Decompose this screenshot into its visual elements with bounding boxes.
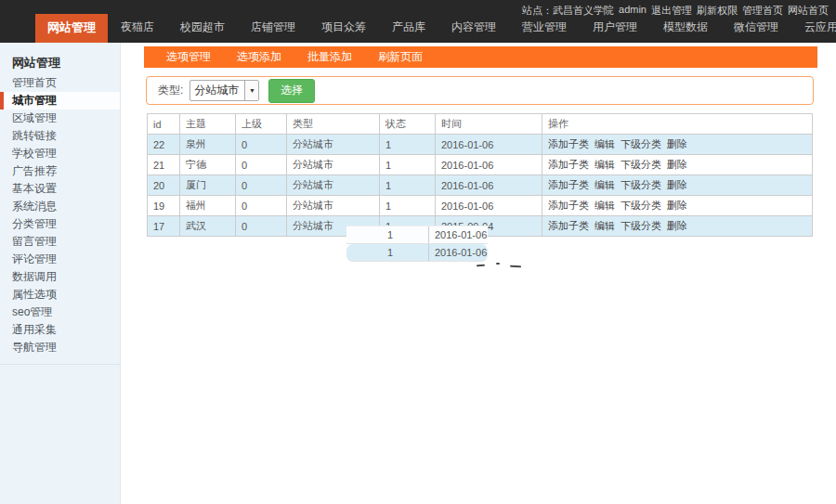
sidebar-item[interactable]: 广告推荐 (0, 162, 120, 180)
action-link[interactable]: 添加子类 (548, 220, 589, 231)
tab-item[interactable]: 批量添加 (294, 49, 365, 65)
sidebar-item[interactable]: 区域管理 (0, 110, 120, 127)
sidebar-item[interactable]: 分类管理 (0, 215, 120, 233)
table-cell-id: 19 (148, 196, 180, 216)
tab-item[interactable]: 选项管理 (153, 49, 224, 65)
nav-menu-item[interactable]: 店铺管理 (238, 13, 308, 43)
table-cell-title: 宁德 (180, 155, 236, 175)
table-header-cell: 状态 (380, 114, 436, 135)
table-cell-time: 2016-01-06 (436, 155, 542, 175)
table-cell-title: 武汉 (180, 216, 236, 237)
sidebar-item[interactable]: 城市管理 (0, 92, 120, 110)
table-cell-parent: 0 (236, 155, 287, 175)
action-link[interactable]: 编辑 (594, 220, 615, 231)
table-cell-actions: 添加子类编辑下级分类删除 (542, 216, 813, 237)
action-link[interactable]: 添加子类 (548, 200, 589, 211)
table-cell-status: 1 (380, 155, 436, 175)
table-cell-type: 分站城市 (287, 196, 380, 216)
nav-menu-item[interactable]: 项目众筹 (308, 13, 379, 43)
action-link[interactable]: 编辑 (594, 159, 615, 170)
action-link[interactable]: 删除 (667, 179, 687, 190)
table-cell-id: 21 (148, 155, 180, 175)
sidebar-item[interactable]: 跳转链接 (0, 127, 120, 145)
action-link[interactable]: 添加子类 (548, 138, 589, 149)
sidebar-item[interactable]: 属性选项 (0, 286, 120, 304)
chevron-down-icon: ▼ (244, 81, 258, 100)
sidebar-item[interactable]: seo管理 (0, 304, 120, 321)
table-header-cell: 时间 (436, 114, 542, 135)
table-cell-parent: 0 (236, 135, 287, 155)
nav-menu-item[interactable]: 云应用 (791, 13, 836, 43)
action-link[interactable]: 编辑 (594, 200, 615, 211)
action-link[interactable]: 删除 (667, 200, 687, 211)
sidebar-item[interactable]: 数据调用 (0, 268, 120, 286)
table-fragment-glitch: 12016-01-0612016-01-06 (346, 226, 488, 262)
action-link[interactable]: 下级分类 (620, 159, 661, 170)
action-link[interactable]: 编辑 (594, 179, 615, 190)
top-header: 站点：武昌首义学院 admin退出管理刷新权限管理首页网站首页 网站管理 夜猫店… (0, 0, 836, 43)
table-cell-actions: 添加子类编辑下级分类删除 (542, 196, 813, 216)
fragment-status-cell: 1 (346, 244, 429, 261)
sidebar-item[interactable]: 管理首页 (0, 74, 120, 92)
sidebar-item[interactable]: 评论管理 (0, 251, 120, 268)
tab-item[interactable]: 刷新页面 (365, 49, 436, 65)
nav-menu-item[interactable]: 内容管理 (438, 13, 509, 43)
type-select[interactable]: 分站城市 ▼ (189, 80, 259, 101)
table-cell-parent: 0 (236, 175, 287, 196)
sidebar-item[interactable]: 学校管理 (0, 145, 120, 162)
nav-menu-item[interactable]: 产品库 (379, 13, 438, 43)
nav-item-active[interactable]: 网站管理 (35, 14, 108, 43)
sidebar-item[interactable]: 留言管理 (0, 233, 120, 251)
table-cell-id: 22 (148, 135, 180, 155)
table-header-cell: id (148, 114, 180, 135)
action-link[interactable]: 删除 (667, 220, 687, 231)
action-link[interactable]: 删除 (667, 138, 687, 149)
action-link[interactable]: 下级分类 (620, 179, 661, 190)
action-link[interactable]: 下级分类 (620, 138, 661, 149)
table-cell-time: 2016-01-06 (436, 175, 542, 196)
main-nav: 网站管理 夜猫店校园超市店铺管理项目众筹产品库内容管理营业管理用户管理模型数据微… (35, 13, 836, 43)
nav-menu-item[interactable]: 夜猫店 (108, 13, 167, 43)
tab-bar: 选项管理选项添加批量添加刷新页面 (144, 46, 817, 68)
table-cell-type: 分站城市 (287, 155, 380, 175)
table-cell-title: 福州 (180, 196, 236, 216)
glitch-artifact (496, 263, 500, 265)
action-link[interactable]: 添加子类 (548, 179, 589, 190)
table-row: 20厦门0分站城市12016-01-06添加子类编辑下级分类删除 (148, 175, 813, 196)
action-link[interactable]: 下级分类 (620, 220, 661, 231)
table-cell-parent: 0 (236, 196, 287, 216)
sidebar-item[interactable]: 基本设置 (0, 180, 120, 198)
action-link[interactable]: 添加子类 (548, 159, 589, 170)
table-cell-title: 厦门 (180, 175, 236, 196)
table-row: 21宁德0分站城市12016-01-06添加子类编辑下级分类删除 (148, 155, 813, 175)
action-link[interactable]: 下级分类 (620, 200, 661, 211)
sidebar-item[interactable]: 导航管理 (0, 339, 120, 356)
table-cell-actions: 添加子类编辑下级分类删除 (542, 175, 813, 196)
sidebar-item[interactable]: 通用采集 (0, 321, 120, 339)
fragment-status-cell: 1 (346, 226, 429, 243)
nav-menu-item[interactable]: 校园超市 (167, 13, 238, 43)
select-button[interactable]: 选择 (268, 79, 315, 103)
nav-menu-item[interactable]: 微信管理 (721, 13, 791, 43)
table-header-cell: 操作 (542, 114, 813, 135)
city-table: id主题上级类型状态时间操作 22泉州0分站城市12016-01-06添加子类编… (147, 113, 813, 237)
nav-menu-item[interactable]: 模型数据 (650, 13, 721, 43)
tab-item[interactable]: 选项添加 (224, 49, 294, 65)
sidebar-items: 管理首页城市管理区域管理跳转链接学校管理广告推荐基本设置系统消息分类管理留言管理… (0, 74, 120, 356)
nav-menu-item[interactable]: 营业管理 (509, 13, 580, 43)
table-cell-status: 1 (380, 196, 436, 216)
table-cell-time: 2016-01-06 (436, 135, 542, 155)
sidebar-title: 网站管理 (0, 43, 120, 74)
table-cell-status: 1 (380, 175, 436, 196)
main-content: 选项管理选项添加批量添加刷新页面 类型: 分站城市 ▼ 选择 id主题上级类型状… (121, 43, 836, 504)
nav-items: 夜猫店校园超市店铺管理项目众筹产品库内容管理营业管理用户管理模型数据微信管理云应… (108, 13, 836, 43)
table-cell-time: 2016-01-06 (436, 196, 542, 216)
table-cell-title: 泉州 (180, 135, 236, 155)
sidebar-menu: 网站管理 管理首页城市管理区域管理跳转链接学校管理广告推荐基本设置系统消息分类管… (0, 43, 120, 365)
sidebar-item[interactable]: 系统消息 (0, 198, 120, 215)
table-cell-actions: 添加子类编辑下级分类删除 (542, 155, 813, 175)
nav-menu-item[interactable]: 用户管理 (580, 13, 650, 43)
table-header-cell: 类型 (287, 114, 380, 135)
action-link[interactable]: 删除 (667, 159, 687, 170)
action-link[interactable]: 编辑 (594, 138, 615, 149)
